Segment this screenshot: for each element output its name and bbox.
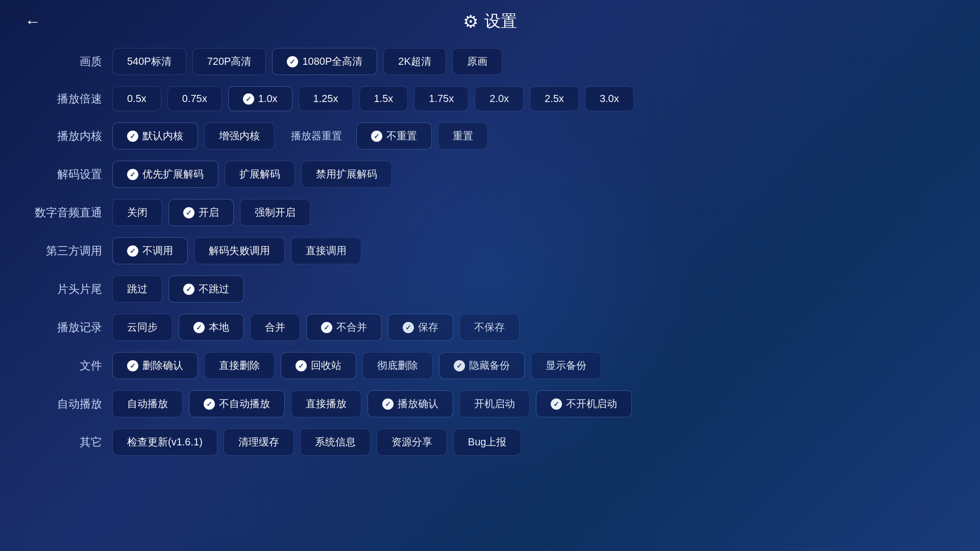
option-btn-ap_no_boot[interactable]: 不开机启动 <box>536 390 632 417</box>
options-group-autoplay: 自动播放不自动播放直接播放播放确认开机启动不开机启动 <box>112 390 632 417</box>
option-btn-tp_none[interactable]: 不调用 <box>112 237 188 264</box>
option-label-pr_merge: 合并 <box>265 320 285 334</box>
option-btn-skip_no[interactable]: 不跳过 <box>168 276 244 303</box>
option-btn-ap_direct[interactable]: 直接播放 <box>291 390 361 417</box>
option-label-ap_force: 强制开启 <box>255 206 296 219</box>
check-icon <box>382 398 394 410</box>
option-btn-reset[interactable]: 重置 <box>438 122 488 149</box>
settings-row-autoplay: 自动播放自动播放不自动播放直接播放播放确认开机启动不开机启动 <box>31 390 949 417</box>
option-btn-ap_on[interactable]: 开启 <box>168 199 234 226</box>
settings-row-decode: 解码设置优先扩展解码扩展解码禁用扩展解码 <box>31 161 949 188</box>
option-btn-ap_no_auto[interactable]: 不自动播放 <box>189 390 285 417</box>
option-btn-pr_merge[interactable]: 合并 <box>250 314 300 341</box>
option-label-s20: 2.0x <box>489 93 509 105</box>
option-btn-q720[interactable]: 720P高清 <box>192 48 266 75</box>
option-btn-s30[interactable]: 3.0x <box>585 86 634 111</box>
option-btn-ap_auto[interactable]: 自动播放 <box>112 390 183 417</box>
option-btn-ap_confirm[interactable]: 播放确认 <box>368 390 453 417</box>
option-label-ap_direct: 直接播放 <box>306 397 347 411</box>
option-btn-pr_no_merge[interactable]: 不合并 <box>306 314 382 341</box>
option-label-f_permanent: 彻底删除 <box>377 359 418 372</box>
option-label-ap_off: 关闭 <box>127 206 148 219</box>
option-label-core_default: 默认内核 <box>142 129 183 143</box>
settings-row-speed: 播放倍速0.5x0.75x1.0x1.25x1.5x1.75x2.0x2.5x3… <box>31 86 949 111</box>
option-btn-s10[interactable]: 1.0x <box>228 86 292 111</box>
option-btn-qraw[interactable]: 原画 <box>452 48 502 75</box>
option-btn-tp_fail[interactable]: 解码失败调用 <box>194 237 285 264</box>
option-btn-o_share[interactable]: 资源分享 <box>377 429 447 456</box>
option-label-s15: 1.5x <box>374 93 394 105</box>
option-btn-skip_yes[interactable]: 跳过 <box>112 276 162 303</box>
option-btn-o_cache[interactable]: 清理缓存 <box>224 429 294 456</box>
option-btn-s25[interactable]: 2.5x <box>530 86 579 111</box>
page-title: 设置 <box>484 10 517 33</box>
option-label-dec_disable: 禁用扩展解码 <box>316 167 377 181</box>
option-btn-q1080[interactable]: 1080P全高清 <box>272 48 377 75</box>
option-btn-f_recycle[interactable]: 回收站 <box>281 352 356 379</box>
check-icon <box>204 398 215 410</box>
option-label-dec_ext: 扩展解码 <box>239 167 280 181</box>
option-btn-o_sysinfo[interactable]: 系统信息 <box>300 429 371 456</box>
option-label-s25: 2.5x <box>545 93 564 105</box>
option-label-ap_no_auto: 不自动播放 <box>219 397 270 411</box>
option-btn-no_reset[interactable]: 不重置 <box>356 122 432 149</box>
option-label-f_recycle: 回收站 <box>311 359 341 372</box>
option-btn-pr_no_save[interactable]: 不保存 <box>459 314 520 341</box>
option-btn-s05[interactable]: 0.5x <box>112 86 161 111</box>
option-btn-pr_cloud[interactable]: 云同步 <box>112 314 173 341</box>
option-btn-dec_disable[interactable]: 禁用扩展解码 <box>301 161 392 188</box>
option-btn-o_bug[interactable]: Bug上报 <box>453 429 522 456</box>
row-label-skip: 片头片尾 <box>31 282 112 297</box>
options-group-audio_passthrough: 关闭开启强制开启 <box>112 199 310 226</box>
option-btn-ap_boot[interactable]: 开机启动 <box>459 390 530 417</box>
header: ← ⚙ 设置 <box>0 0 980 43</box>
option-label-qraw: 原画 <box>467 55 487 68</box>
option-btn-ap_off[interactable]: 关闭 <box>112 199 162 226</box>
option-btn-dec_priority[interactable]: 优先扩展解码 <box>112 161 218 188</box>
option-btn-o_update[interactable]: 检查更新(v1.6.1) <box>112 429 217 456</box>
option-btn-s125[interactable]: 1.25x <box>299 86 353 111</box>
option-btn-core_enhanced[interactable]: 增强内核 <box>204 122 275 149</box>
option-label-no_reset: 不重置 <box>386 129 417 143</box>
settings-container: 画质540P标清720P高清1080P全高清2K超清原画播放倍速0.5x0.75… <box>0 43 980 472</box>
settings-row-skip: 片头片尾跳过不跳过 <box>31 276 949 303</box>
option-btn-f_permanent[interactable]: 彻底删除 <box>362 352 433 379</box>
check-icon <box>371 131 382 142</box>
options-group-third_party: 不调用解码失败调用直接调用 <box>112 237 361 264</box>
option-btn-f_hide_backup[interactable]: 隐藏备份 <box>439 352 525 379</box>
option-label-s30: 3.0x <box>600 93 619 105</box>
option-btn-f_confirm[interactable]: 删除确认 <box>112 352 198 379</box>
option-label-s075: 0.75x <box>182 93 207 105</box>
option-btn-q540[interactable]: 540P标清 <box>112 48 186 75</box>
option-btn-s15[interactable]: 1.5x <box>359 86 408 111</box>
option-label-q720: 720P高清 <box>207 55 252 68</box>
check-icon <box>551 398 562 410</box>
option-btn-q2k[interactable]: 2K超清 <box>383 48 446 75</box>
option-label-tp_fail: 解码失败调用 <box>209 244 270 258</box>
option-label-skip_yes: 跳过 <box>127 282 148 296</box>
option-btn-s20[interactable]: 2.0x <box>475 86 524 111</box>
option-btn-core_default[interactable]: 默认内核 <box>112 122 198 149</box>
option-label-q1080: 1080P全高清 <box>302 55 362 68</box>
settings-row-play_record: 播放记录云同步本地合并不合并保存不保存 <box>31 314 949 341</box>
option-btn-tp_direct[interactable]: 直接调用 <box>291 237 361 264</box>
gear-icon: ⚙ <box>463 11 478 32</box>
option-label-o_sysinfo: 系统信息 <box>315 435 356 449</box>
option-label-o_bug: Bug上报 <box>468 435 507 449</box>
option-label-skip_no: 不跳过 <box>199 282 229 296</box>
option-btn-s075[interactable]: 0.75x <box>167 86 222 111</box>
row-label-decode: 解码设置 <box>31 167 112 182</box>
option-btn-pr_save[interactable]: 保存 <box>388 314 453 341</box>
option-btn-pr_local[interactable]: 本地 <box>179 314 244 341</box>
option-label-tp_none: 不调用 <box>142 244 173 258</box>
option-btn-ap_force[interactable]: 强制开启 <box>240 199 310 226</box>
option-label-o_update: 检查更新(v1.6.1) <box>127 435 203 449</box>
option-label-ap_auto: 自动播放 <box>127 397 168 411</box>
option-btn-dec_ext[interactable]: 扩展解码 <box>225 161 295 188</box>
option-btn-s175[interactable]: 1.75x <box>414 86 469 111</box>
option-btn-f_show_backup[interactable]: 显示备份 <box>531 352 601 379</box>
row-label-third_party: 第三方调用 <box>31 243 112 259</box>
option-btn-f_direct[interactable]: 直接删除 <box>204 352 275 379</box>
back-button[interactable]: ← <box>20 8 45 35</box>
option-label-ap_no_boot: 不开机启动 <box>566 397 617 411</box>
